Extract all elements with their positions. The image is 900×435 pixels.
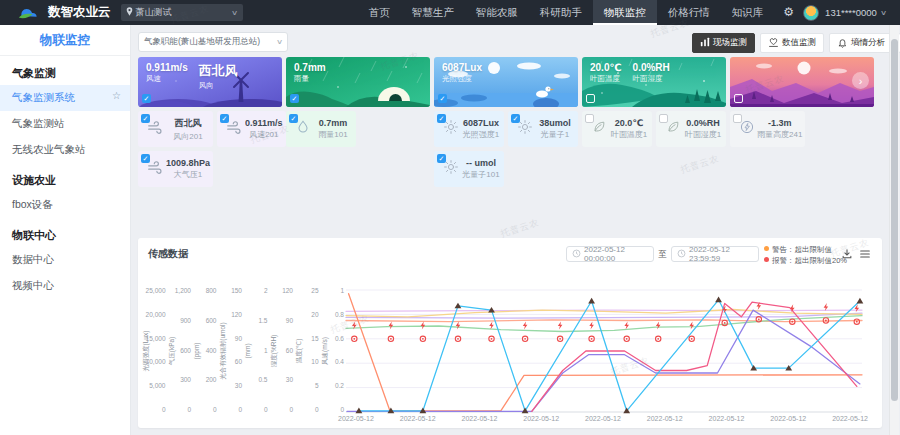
checkbox[interactable]: ✓ <box>438 94 447 103</box>
banner-headline: 0.911m/s风速西北风风向 <box>146 62 238 91</box>
user-avatar[interactable] <box>803 5 819 21</box>
sensor-chip-0-0[interactable]: ✓ 西北风风向201 <box>138 111 213 147</box>
sidebar-section-2: 物联中心 数据中心视频中心 <box>0 218 130 299</box>
brand-title: 数智农业云 <box>48 4 111 21</box>
y-axis-5: 湿度(%RH) 1209060300 <box>269 290 295 412</box>
y-axis-1: 气压(kPa) 1,2009006003000 <box>167 290 193 412</box>
nav-item-1[interactable]: 智慧生产 <box>401 0 465 25</box>
weather-card-rain: 0.7mm雨量 ✓ ✓ 0.7mm雨量101 <box>286 57 430 187</box>
sensor-chip-0-2[interactable]: ✓ 1009.8hPa大气压1 <box>138 151 213 187</box>
location-pin-icon <box>126 7 133 18</box>
weather-card-sunset: › -1.3m雨量高度241 <box>730 57 874 187</box>
chart-y-axes: 光照强度(Lux) 25,00020,00015,00010,0005,0000… <box>141 290 345 412</box>
chart-x-axis: 2022-05-122022-05-122022-05-122022-05-12… <box>338 415 868 422</box>
user-chevron-down-icon[interactable]: ∨ <box>880 9 887 17</box>
checkbox[interactable]: ✓ <box>511 114 520 123</box>
checkbox[interactable] <box>586 94 595 103</box>
sidebar-section-header: 物联中心 <box>0 218 130 247</box>
date-to-input[interactable]: 2022-05-12 23:59:59 <box>671 246 759 262</box>
sensor-chip-0-1[interactable]: ✓ 0.911m/s风速201 <box>217 111 286 147</box>
top-menu: 首页智慧生产智能农服科研助手物联监控价格行情知识库 <box>358 0 775 25</box>
checkbox[interactable]: ✓ <box>141 114 150 123</box>
weather-card-banner-light[interactable]: 6087Lux光照强度 ✓ <box>434 57 578 107</box>
scrollbar-thumb[interactable] <box>891 39 898 401</box>
station-select[interactable]: 气象职能(萧山基地研发用总站) ∨ <box>138 32 288 52</box>
star-icon[interactable]: ☆ <box>112 90 121 101</box>
top-navbar: 数智农业云 萧山测试 ∨ 首页智慧生产智能农服科研助手物联监控价格行情知识库 ⚙… <box>0 0 900 25</box>
date-from-input[interactable]: 2022-05-12 00:00:00 <box>566 246 654 262</box>
checkbox[interactable]: ✓ <box>437 114 446 123</box>
sensor-chip-3-0[interactable]: 20.0℃叶面温度1 <box>582 111 652 147</box>
banner-headline: 0.7mm雨量 <box>294 62 326 84</box>
checkbox[interactable] <box>734 94 743 103</box>
weather-card-light: 6087Lux光照强度 ✓ ✓ 6087Lux光照强度1 ✓ 38umol光量子… <box>434 57 578 187</box>
checkbox[interactable]: ✓ <box>220 114 229 123</box>
weather-card-banner-rain[interactable]: 0.7mm雨量 ✓ <box>286 57 430 107</box>
sensor-chip-1-0[interactable]: ✓ 0.7mm雨量101 <box>286 111 356 147</box>
x-tick-label: 2022-05-12 <box>585 415 621 422</box>
legend-item-0: 警告：超出限制值 <box>764 244 847 255</box>
brand-logo-icon <box>16 4 42 21</box>
hand-heart-icon <box>768 37 779 50</box>
nav-item-4[interactable]: 物联监控 <box>593 0 657 25</box>
cards-next-arrow-icon[interactable]: › <box>852 72 869 89</box>
legend-item-1: 报警：超出限制值20% <box>764 255 847 266</box>
user-phone[interactable]: 131****0000 <box>825 7 877 18</box>
bell-icon <box>837 37 848 50</box>
y-axis-6: 温度(℃) 2520151050 <box>294 290 320 412</box>
sidebar-item-0-0[interactable]: 气象监测系统☆ <box>0 85 130 111</box>
checkbox[interactable] <box>585 114 594 123</box>
checkbox[interactable]: ✓ <box>289 114 298 123</box>
sidebar-section-0: 气象监测 气象监测系统☆气象监测站无线农业气象站 <box>0 56 130 163</box>
sensor-line-chart[interactable] <box>346 290 862 412</box>
sidebar-item-0-2[interactable]: 无线农业气象站 <box>0 137 130 163</box>
checkbox[interactable]: ✓ <box>290 94 299 103</box>
monitor-tab-2[interactable]: 墒情分析 <box>829 33 893 53</box>
sidebar-item-0-1[interactable]: 气象监测站 <box>0 111 130 137</box>
x-tick-label: 2022-05-12 <box>462 415 498 422</box>
x-tick-label: 2022-05-12 <box>832 415 868 422</box>
sensor-chip-2-0[interactable]: ✓ 6087Lux光照强度1 <box>434 111 504 147</box>
panel-title: 传感数据 <box>148 247 188 261</box>
weather-card-banner-sunset[interactable]: › <box>730 57 874 107</box>
date-from-value: 2022-05-12 00:00:00 <box>584 245 648 263</box>
x-tick-label: 2022-05-12 <box>338 415 374 422</box>
sidebar-item-2-1[interactable]: 视频中心 <box>0 273 130 299</box>
sensor-chip-2-1[interactable]: ✓ 38umol光量子1 <box>508 111 578 147</box>
sidebar-item-1-0[interactable]: fbox设备 <box>0 192 130 218</box>
weather-card-banner-leaf[interactable]: 20.0℃叶面温度0.0%RH叶面湿度 <box>582 57 726 107</box>
x-tick-label: 2022-05-12 <box>523 415 559 422</box>
y-axis-0: 光照强度(Lux) 25,00020,00015,00010,0005,0000 <box>141 290 167 412</box>
monitor-tab-0[interactable]: 现场监测 <box>692 33 755 53</box>
checkbox[interactable] <box>659 114 668 123</box>
location-select[interactable]: 萧山测试 ∨ <box>121 4 243 21</box>
sidebar-title: 物联监控 <box>0 25 130 56</box>
checkbox[interactable]: ✓ <box>141 154 150 163</box>
checkbox[interactable]: ✓ <box>142 94 151 103</box>
settings-gear-icon[interactable]: ⚙ <box>783 0 794 25</box>
x-tick-label: 2022-05-12 <box>400 415 436 422</box>
nav-item-3[interactable]: 科研助手 <box>529 0 593 25</box>
nav-item-2[interactable]: 智能农服 <box>465 0 529 25</box>
nav-item-0[interactable]: 首页 <box>358 0 401 25</box>
nav-item-6[interactable]: 知识库 <box>721 0 775 25</box>
sensor-chip-3-1[interactable]: 0.0%RH叶面湿度1 <box>656 111 726 147</box>
weather-card-banner-wind[interactable]: 0.911m/s风速西北风风向 ✓ <box>138 57 282 107</box>
sensor-chip-4-0[interactable]: -1.3m雨量高度241 <box>730 111 805 147</box>
clock-icon <box>677 249 686 260</box>
nav-item-5[interactable]: 价格行情 <box>657 0 721 25</box>
x-tick-label: 2022-05-12 <box>770 415 806 422</box>
alarm-legend: 警告：超出限制值报警：超出限制值20% <box>764 244 847 266</box>
sidebar-item-2-0[interactable]: 数据中心 <box>0 247 130 273</box>
download-icon[interactable] <box>840 247 854 261</box>
date-separator: 至 <box>658 249 667 261</box>
date-to-value: 2022-05-12 23:59:59 <box>689 245 753 263</box>
checkbox[interactable] <box>733 114 742 123</box>
monitor-tab-1[interactable]: 数值监测 <box>760 33 824 53</box>
list-view-icon[interactable] <box>858 247 872 261</box>
y-axis-2: (ppm) 8006004002000 <box>192 290 218 412</box>
y-axis-3: 光合有效辐射(umol) 1501209060300 <box>218 290 244 412</box>
chevron-down-icon: ∨ <box>276 38 283 46</box>
sensor-chip-2-2[interactable]: ✓ -- umol光量子101 <box>434 151 504 187</box>
checkbox[interactable]: ✓ <box>437 154 446 163</box>
